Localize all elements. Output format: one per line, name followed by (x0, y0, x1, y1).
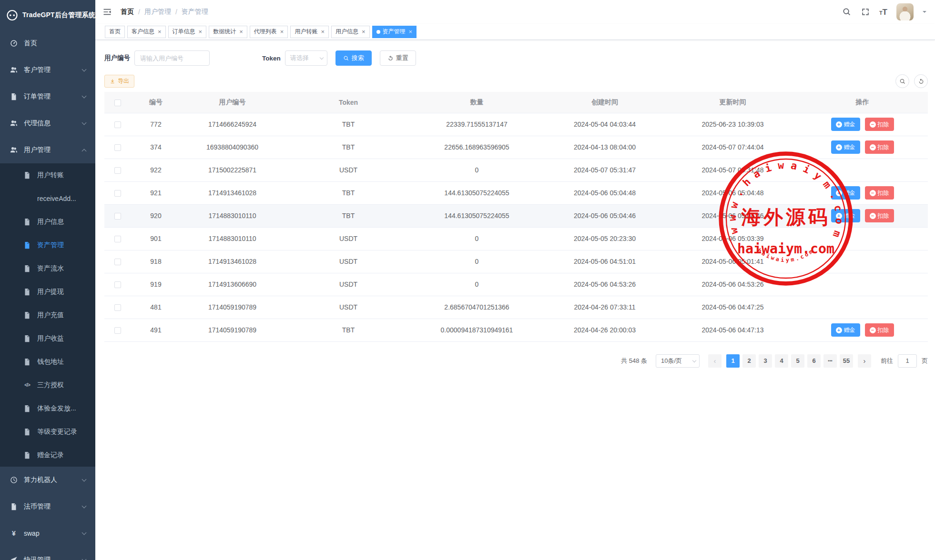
sidebar-item-agent-info[interactable]: 代理信息 (0, 110, 95, 137)
pager-page-55[interactable]: 55 (840, 354, 853, 368)
sidebar-subitem-user-withdraw[interactable]: 用户提现 (0, 280, 95, 303)
tab-user-transfer[interactable]: 用户转账× (290, 26, 329, 38)
pager-page-1[interactable]: 1 (726, 354, 740, 368)
tab-close-icon[interactable]: × (409, 29, 413, 35)
tab-agent-list[interactable]: 代理列表× (250, 26, 288, 38)
sidebar-item-user-mgmt[interactable]: 用户管理 (0, 137, 95, 163)
download-icon (110, 79, 115, 84)
sidebar-item-fiat-mgmt[interactable]: 法币管理 (0, 493, 95, 520)
row-checkbox[interactable] (114, 213, 121, 220)
sidebar-subitem-user-info[interactable]: 用户信息 (0, 210, 95, 233)
tab-close-icon[interactable]: × (158, 29, 162, 35)
sidebar-item-home[interactable]: 首页 (0, 30, 95, 57)
font-size-icon[interactable]: TT (879, 8, 887, 16)
token-select[interactable]: 请选择 (285, 50, 327, 66)
pager-page-3[interactable]: 3 (759, 354, 772, 368)
export-button[interactable]: 导出 (104, 75, 134, 88)
sidebar-subitem-third-party-auth[interactable]: </>三方授权 (0, 373, 95, 397)
row-checkbox-cell (104, 273, 131, 296)
deduct-button[interactable]: −扣除 (865, 209, 894, 222)
tab-customer-info[interactable]: 客户信息× (127, 26, 166, 38)
breadcrumb-item[interactable]: 首页 (121, 8, 134, 16)
pager-page-6[interactable]: 6 (807, 354, 821, 368)
tab-home[interactable]: 首页 (105, 26, 125, 38)
download-icon (110, 79, 115, 84)
pager-page-4[interactable]: 4 (775, 354, 788, 368)
document-icon (23, 241, 31, 250)
row-checkbox[interactable] (114, 304, 121, 311)
fullscreen-icon[interactable] (861, 7, 870, 17)
tab-close-icon[interactable]: × (239, 29, 243, 35)
tab-data-stats[interactable]: 数据统计× (209, 26, 247, 38)
sidebar-item-customer-mgmt[interactable]: 客户管理 (0, 57, 95, 83)
sidebar-subitem-wallet-address[interactable]: 钱包地址 (0, 350, 95, 373)
grant-bonus-label: 赠金 (844, 326, 855, 334)
sidebar-item-compute-robot[interactable]: 算力机器人 (0, 467, 95, 493)
row-amount: 144.61305075224055 (413, 181, 541, 204)
table-refresh-button[interactable] (914, 74, 928, 88)
row-checkbox[interactable] (114, 144, 121, 151)
sidebar-item-news-mgmt[interactable]: 快讯管理 (0, 547, 95, 560)
row-id: 901 (131, 227, 181, 250)
grant-bonus-button[interactable]: +赠金 (831, 209, 860, 222)
table-search-button[interactable] (895, 74, 909, 88)
row-checkbox-cell (104, 159, 131, 181)
pager-more-button[interactable]: ••• (823, 354, 837, 368)
search-button[interactable]: 搜索 (335, 50, 372, 66)
export-button-label: 导出 (118, 77, 129, 85)
sidebar-subitem-user-earnings[interactable]: 用户收益 (0, 327, 95, 350)
tab-user-info[interactable]: 用户信息× (331, 26, 370, 38)
column-header: 操作 (797, 92, 928, 113)
row-checkbox[interactable] (114, 259, 121, 265)
sidebar-subitem-asset-mgmt[interactable]: 资产管理 (0, 233, 95, 257)
tab-close-icon[interactable]: × (362, 29, 366, 35)
sidebar-subitem-trial-fund-grant[interactable]: 体验金发放... (0, 397, 95, 420)
row-checkbox[interactable] (114, 167, 121, 174)
pager-next-button[interactable]: › (858, 354, 871, 368)
page-size-select[interactable]: 10条/页 (656, 354, 700, 368)
row-checkbox[interactable] (114, 121, 121, 128)
tab-close-icon[interactable]: × (280, 29, 284, 35)
sidebar-subitem-receive-add[interactable]: receiveAdd... (0, 187, 95, 210)
user-id-input[interactable] (134, 50, 210, 66)
deduct-button[interactable]: −扣除 (865, 118, 894, 131)
grant-bonus-button[interactable]: +赠金 (831, 118, 860, 131)
sidebar-subitem-label: 赠金记录 (37, 451, 64, 460)
pager-page-5[interactable]: 5 (791, 354, 804, 368)
row-checkbox[interactable] (114, 236, 121, 242)
sidebar-item-order-mgmt[interactable]: 订单管理 (0, 83, 95, 110)
grant-bonus-button[interactable]: +赠金 (831, 186, 860, 200)
tab-order-info[interactable]: 订单信息× (168, 26, 207, 38)
select-all-checkbox[interactable] (114, 100, 121, 106)
table-row: 9011714883010110USDT02024-05-05 20:23:30… (104, 227, 928, 250)
sidebar-menu: 首页客户管理订单管理代理信息用户管理用户转账receiveAdd...用户信息资… (0, 30, 95, 560)
row-checkbox[interactable] (114, 281, 121, 288)
row-checkbox[interactable] (114, 327, 121, 334)
sidebar-subitem-label: 用户转账 (37, 171, 64, 180)
sidebar-subitem-asset-flow[interactable]: 资产流水 (0, 257, 95, 280)
search-icon[interactable] (842, 7, 852, 17)
reset-button[interactable]: 重置 (380, 50, 416, 66)
tab-asset-mgmt[interactable]: 资产管理× (372, 26, 417, 38)
sidebar-item-label: 客户管理 (24, 66, 77, 74)
tab-close-icon[interactable]: × (321, 29, 325, 35)
pager-page-2[interactable]: 2 (742, 354, 756, 368)
caret-down-icon[interactable] (923, 11, 926, 15)
sidebar-subitem-user-recharge[interactable]: 用户充值 (0, 303, 95, 327)
row-checkbox[interactable] (114, 190, 121, 197)
grant-bonus-button[interactable]: +赠金 (831, 140, 860, 154)
tab-close-icon[interactable]: × (199, 29, 203, 35)
sidebar-item-swap[interactable]: ¥swap (0, 520, 95, 547)
deduct-button[interactable]: −扣除 (865, 140, 894, 154)
minus-circle-icon: − (870, 190, 876, 196)
deduct-button[interactable]: −扣除 (865, 323, 894, 337)
sidebar-subitem-level-change-record[interactable]: 等级变更记录 (0, 420, 95, 443)
sidebar-subitem-bonus-record[interactable]: 赠金记录 (0, 443, 95, 467)
avatar[interactable] (896, 3, 914, 20)
grant-bonus-button[interactable]: +赠金 (831, 323, 860, 337)
deduct-button[interactable]: −扣除 (865, 186, 894, 200)
hamburger-icon[interactable] (102, 7, 112, 17)
goto-page-input[interactable] (898, 354, 917, 368)
sidebar-subitem-user-transfer[interactable]: 用户转账 (0, 163, 95, 187)
pager-prev-button[interactable]: ‹ (708, 354, 722, 368)
